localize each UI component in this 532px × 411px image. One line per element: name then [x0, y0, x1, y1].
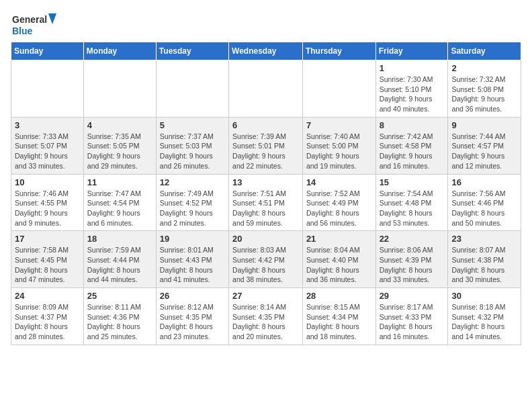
col-header-sunday: Sunday [11, 42, 84, 60]
day-number: 29 [380, 291, 445, 301]
day-number: 8 [380, 120, 445, 130]
calendar-cell: 6Sunrise: 7:39 AM Sunset: 5:01 PM Daylig… [229, 117, 303, 174]
day-info: Sunrise: 7:32 AM Sunset: 5:08 PM Dayligh… [451, 75, 517, 114]
day-info: Sunrise: 8:03 AM Sunset: 4:42 PM Dayligh… [232, 245, 299, 285]
calendar-cell: 9Sunrise: 7:44 AM Sunset: 4:57 PM Daylig… [448, 117, 521, 174]
day-info: Sunrise: 7:42 AM Sunset: 4:58 PM Dayligh… [380, 132, 445, 171]
day-info: Sunrise: 8:15 AM Sunset: 4:34 PM Dayligh… [306, 302, 372, 342]
day-number: 25 [87, 291, 152, 301]
day-info: Sunrise: 8:06 AM Sunset: 4:39 PM Dayligh… [380, 245, 445, 285]
day-info: Sunrise: 7:59 AM Sunset: 4:44 PM Dayligh… [87, 245, 152, 285]
day-number: 5 [160, 120, 225, 130]
calendar-cell [229, 60, 303, 118]
svg-text:General: General [12, 14, 47, 25]
col-header-monday: Monday [83, 42, 156, 60]
day-info: Sunrise: 8:01 AM Sunset: 4:43 PM Dayligh… [160, 245, 225, 285]
day-number: 9 [451, 120, 517, 130]
day-number: 3 [15, 120, 80, 130]
col-header-wednesday: Wednesday [229, 42, 303, 60]
day-info: Sunrise: 8:07 AM Sunset: 4:38 PM Dayligh… [451, 245, 517, 285]
day-number: 17 [15, 234, 80, 244]
calendar-cell: 22Sunrise: 8:06 AM Sunset: 4:39 PM Dayli… [375, 231, 448, 288]
day-number: 22 [380, 234, 445, 244]
day-number: 18 [87, 234, 152, 244]
week-row-1: 1Sunrise: 7:30 AM Sunset: 5:10 PM Daylig… [11, 60, 521, 118]
day-number: 19 [160, 234, 225, 244]
day-number: 26 [160, 291, 225, 301]
col-header-tuesday: Tuesday [156, 42, 228, 60]
day-info: Sunrise: 8:14 AM Sunset: 4:35 PM Dayligh… [232, 302, 299, 342]
logo-svg: General Blue [11, 11, 58, 39]
calendar-cell: 8Sunrise: 7:42 AM Sunset: 4:58 PM Daylig… [375, 117, 448, 174]
day-info: Sunrise: 7:54 AM Sunset: 4:48 PM Dayligh… [380, 189, 445, 228]
calendar-cell: 14Sunrise: 7:52 AM Sunset: 4:49 PM Dayli… [302, 174, 375, 231]
day-number: 21 [306, 234, 372, 244]
calendar-cell: 7Sunrise: 7:40 AM Sunset: 5:00 PM Daylig… [302, 117, 375, 174]
calendar-cell: 3Sunrise: 7:33 AM Sunset: 5:07 PM Daylig… [11, 117, 84, 174]
day-number: 23 [451, 234, 517, 244]
calendar-cell: 2Sunrise: 7:32 AM Sunset: 5:08 PM Daylig… [448, 60, 521, 118]
calendar-cell [156, 60, 228, 118]
calendar-cell [11, 60, 84, 118]
day-info: Sunrise: 7:39 AM Sunset: 5:01 PM Dayligh… [232, 132, 299, 171]
day-number: 27 [232, 291, 299, 301]
day-info: Sunrise: 8:09 AM Sunset: 4:37 PM Dayligh… [15, 302, 80, 342]
logo: General Blue [11, 11, 58, 39]
day-info: Sunrise: 7:56 AM Sunset: 4:46 PM Dayligh… [451, 189, 517, 228]
calendar-cell: 18Sunrise: 7:59 AM Sunset: 4:44 PM Dayli… [83, 231, 156, 288]
day-info: Sunrise: 7:47 AM Sunset: 4:54 PM Dayligh… [87, 189, 152, 228]
day-number: 11 [87, 177, 152, 187]
day-info: Sunrise: 7:52 AM Sunset: 4:49 PM Dayligh… [306, 189, 372, 228]
week-row-2: 3Sunrise: 7:33 AM Sunset: 5:07 PM Daylig… [11, 117, 521, 174]
day-number: 7 [306, 120, 372, 130]
week-row-5: 24Sunrise: 8:09 AM Sunset: 4:37 PM Dayli… [11, 288, 521, 345]
calendar-cell: 21Sunrise: 8:04 AM Sunset: 4:40 PM Dayli… [302, 231, 375, 288]
day-number: 20 [232, 234, 299, 244]
calendar-cell: 28Sunrise: 8:15 AM Sunset: 4:34 PM Dayli… [302, 288, 375, 345]
day-number: 12 [160, 177, 225, 187]
header: General Blue [11, 11, 521, 39]
day-number: 14 [306, 177, 372, 187]
day-info: Sunrise: 8:18 AM Sunset: 4:32 PM Dayligh… [451, 302, 517, 342]
col-header-saturday: Saturday [448, 42, 521, 60]
calendar-cell [302, 60, 375, 118]
col-header-thursday: Thursday [302, 42, 375, 60]
day-info: Sunrise: 8:04 AM Sunset: 4:40 PM Dayligh… [306, 245, 372, 285]
week-row-4: 17Sunrise: 7:58 AM Sunset: 4:45 PM Dayli… [11, 231, 521, 288]
header-row: SundayMondayTuesdayWednesdayThursdayFrid… [11, 42, 521, 60]
calendar-cell: 24Sunrise: 8:09 AM Sunset: 4:37 PM Dayli… [11, 288, 84, 345]
calendar-cell: 5Sunrise: 7:37 AM Sunset: 5:03 PM Daylig… [156, 117, 228, 174]
calendar-cell: 4Sunrise: 7:35 AM Sunset: 5:05 PM Daylig… [83, 117, 156, 174]
day-info: Sunrise: 7:37 AM Sunset: 5:03 PM Dayligh… [160, 132, 225, 171]
calendar-cell: 23Sunrise: 8:07 AM Sunset: 4:38 PM Dayli… [448, 231, 521, 288]
calendar-cell: 12Sunrise: 7:49 AM Sunset: 4:52 PM Dayli… [156, 174, 228, 231]
day-info: Sunrise: 7:49 AM Sunset: 4:52 PM Dayligh… [160, 189, 225, 228]
calendar-cell: 27Sunrise: 8:14 AM Sunset: 4:35 PM Dayli… [229, 288, 303, 345]
day-info: Sunrise: 7:33 AM Sunset: 5:07 PM Dayligh… [15, 132, 80, 171]
calendar-cell [83, 60, 156, 118]
calendar-cell: 26Sunrise: 8:12 AM Sunset: 4:35 PM Dayli… [156, 288, 228, 345]
day-info: Sunrise: 7:35 AM Sunset: 5:05 PM Dayligh… [87, 132, 152, 171]
day-number: 10 [15, 177, 80, 187]
col-header-friday: Friday [375, 42, 448, 60]
day-number: 2 [451, 63, 517, 73]
day-number: 24 [15, 291, 80, 301]
day-info: Sunrise: 7:40 AM Sunset: 5:00 PM Dayligh… [306, 132, 372, 171]
day-number: 13 [232, 177, 299, 187]
calendar-cell: 25Sunrise: 8:11 AM Sunset: 4:36 PM Dayli… [83, 288, 156, 345]
svg-marker-2 [48, 13, 56, 24]
day-info: Sunrise: 7:30 AM Sunset: 5:10 PM Dayligh… [380, 75, 445, 114]
day-number: 6 [232, 120, 299, 130]
day-info: Sunrise: 7:58 AM Sunset: 4:45 PM Dayligh… [15, 245, 80, 285]
calendar-cell: 17Sunrise: 7:58 AM Sunset: 4:45 PM Dayli… [11, 231, 84, 288]
calendar-table: SundayMondayTuesdayWednesdayThursdayFrid… [11, 42, 521, 345]
day-number: 16 [451, 177, 517, 187]
calendar-cell: 10Sunrise: 7:46 AM Sunset: 4:55 PM Dayli… [11, 174, 84, 231]
day-info: Sunrise: 8:12 AM Sunset: 4:35 PM Dayligh… [160, 302, 225, 342]
day-info: Sunrise: 8:11 AM Sunset: 4:36 PM Dayligh… [87, 302, 152, 342]
calendar-cell: 11Sunrise: 7:47 AM Sunset: 4:54 PM Dayli… [83, 174, 156, 231]
calendar-cell: 13Sunrise: 7:51 AM Sunset: 4:51 PM Dayli… [229, 174, 303, 231]
week-row-3: 10Sunrise: 7:46 AM Sunset: 4:55 PM Dayli… [11, 174, 521, 231]
day-info: Sunrise: 7:46 AM Sunset: 4:55 PM Dayligh… [15, 189, 80, 228]
day-number: 28 [306, 291, 372, 301]
